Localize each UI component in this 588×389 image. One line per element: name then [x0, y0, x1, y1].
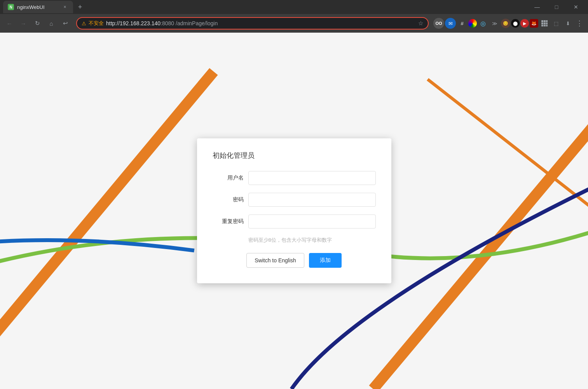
minimize-button[interactable]: —: [528, 0, 546, 14]
svg-rect-4: [544, 23, 546, 24]
more-menu-icon[interactable]: ⋮: [574, 18, 585, 29]
home-button[interactable]: ⌂: [45, 17, 58, 30]
confirm-row: 重复密码: [213, 215, 376, 229]
close-window-button[interactable]: ✕: [567, 0, 585, 14]
ext-icon-10[interactable]: 🦊: [530, 19, 538, 28]
login-dialog: 初始化管理员 用户名 密码 重复密码 密码至少8位，包含大小写字母和数字 Swi…: [197, 138, 391, 284]
password-hint: 密码至少8位，包含大小写字母和数字: [248, 236, 376, 244]
tab-close-button[interactable]: ×: [61, 3, 68, 10]
dialog-title: 初始化管理员: [213, 151, 376, 160]
svg-rect-2: [546, 20, 548, 22]
ext-icon-4[interactable]: [468, 19, 477, 28]
tab-title: nginxWebUI: [17, 4, 45, 10]
tab-favicon: N: [8, 4, 14, 10]
bookmark-icon[interactable]: ☆: [418, 20, 423, 27]
address-bar-wrapper: ⚠ 不安全 http://192.168.223.140:8080 /admin…: [76, 17, 429, 30]
new-tab-button[interactable]: +: [75, 2, 85, 12]
password-input[interactable]: [248, 193, 376, 207]
svg-rect-1: [544, 20, 546, 22]
svg-rect-3: [541, 23, 543, 24]
back-button[interactable]: ←: [3, 17, 16, 30]
svg-rect-0: [541, 20, 543, 22]
ext-icon-1[interactable]: OO: [433, 18, 444, 29]
password-label: 密码: [213, 196, 244, 203]
confirm-input[interactable]: [248, 215, 376, 229]
page-content: 初始化管理员 用户名 密码 重复密码 密码至少8位，包含大小写字母和数字 Swi…: [0, 33, 588, 389]
apps-button[interactable]: [539, 18, 550, 29]
address-text: http://192.168.223.140:8080 /adminPage/l…: [106, 20, 218, 26]
browser-toolbar: ← → ↻ ⌂ ↩ ⚠ 不安全 http://192.168.223.140:8…: [0, 14, 588, 33]
username-row: 用户名: [213, 171, 376, 185]
address-domain: http://192.168.223.140:8080: [106, 20, 176, 26]
add-button[interactable]: 添加: [309, 253, 342, 268]
username-label: 用户名: [213, 174, 244, 181]
forward-button[interactable]: →: [17, 17, 30, 30]
undo-button[interactable]: ↩: [59, 17, 72, 30]
browser-tab[interactable]: N nginxWebUI ×: [3, 1, 73, 13]
security-icon: ⚠: [82, 21, 86, 26]
form-actions: Switch to English 添加: [213, 253, 376, 268]
password-row: 密码: [213, 193, 376, 207]
browser-frame: N nginxWebUI × + — □ ✕ ← → ↻ ⌂ ↩ ⚠ 不安全 h…: [0, 0, 588, 389]
address-bar[interactable]: ⚠ 不安全 http://192.168.223.140:8080 /admin…: [76, 17, 429, 30]
screenshot-icon[interactable]: ⬚: [551, 18, 562, 29]
svg-rect-5: [546, 23, 548, 24]
address-path: /adminPage/login: [176, 20, 218, 26]
username-input[interactable]: [248, 171, 376, 185]
ext-icon-9[interactable]: ▶: [520, 19, 529, 28]
confirm-label: 重复密码: [213, 218, 244, 225]
svg-rect-7: [544, 25, 546, 26]
extension-icons: OO ✉ # ◎ ≫ 😊 ⬤ ▶ 🦊 ⬚ ⬇ ⋮: [433, 18, 585, 29]
reload-button[interactable]: ↻: [31, 17, 44, 30]
ext-icon-6[interactable]: ≫: [489, 18, 500, 29]
ext-icon-7[interactable]: 😊: [501, 19, 510, 28]
ext-icon-2[interactable]: ✉: [445, 18, 456, 29]
ext-icon-5[interactable]: ◎: [478, 18, 489, 29]
ext-icon-3[interactable]: #: [457, 18, 468, 29]
maximize-button[interactable]: □: [548, 0, 565, 14]
window-controls: — □ ✕: [528, 0, 585, 14]
ext-icon-8[interactable]: ⬤: [511, 19, 520, 28]
switch-language-button[interactable]: Switch to English: [246, 253, 304, 268]
dialog-overlay: 初始化管理员 用户名 密码 重复密码 密码至少8位，包含大小写字母和数字 Swi…: [0, 33, 588, 389]
download-icon[interactable]: ⬇: [562, 18, 573, 29]
titlebar: N nginxWebUI × + — □ ✕: [0, 0, 588, 14]
security-label: 不安全: [89, 20, 104, 27]
svg-rect-6: [541, 25, 543, 26]
svg-rect-8: [546, 25, 548, 26]
